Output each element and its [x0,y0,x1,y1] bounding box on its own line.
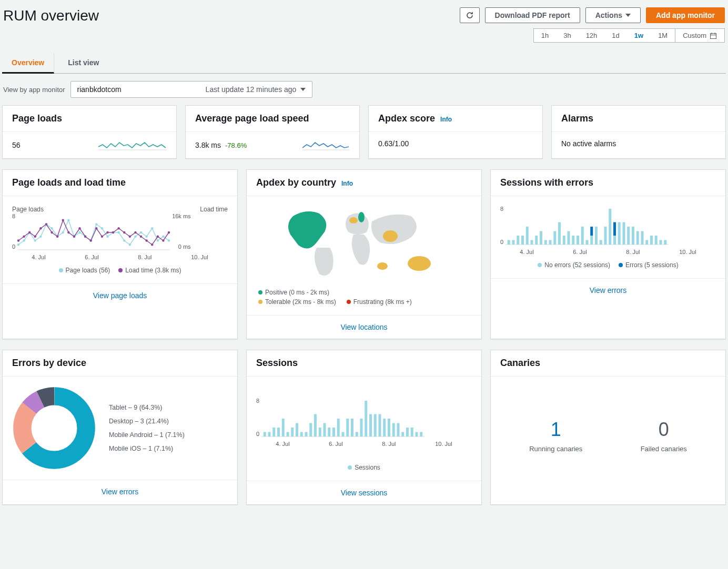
card-title: Sessions [247,350,481,377]
range-1h[interactable]: 1h [534,29,556,42]
svg-rect-0 [711,33,716,38]
svg-point-32 [157,239,159,241]
range-custom[interactable]: Custom [675,29,724,42]
svg-rect-114 [268,432,271,437]
chevron-down-icon [625,14,631,17]
svg-point-21 [95,223,97,225]
world-map [280,206,448,284]
range-12h[interactable]: 12h [579,29,605,42]
failed-canaries-count: 0 [641,419,687,441]
svg-point-36 [23,236,25,238]
running-canaries-count: 1 [529,419,582,441]
svg-point-50 [101,236,103,238]
svg-point-16 [67,219,69,221]
svg-point-52 [112,231,114,233]
card-apdex-country: Apdex by country Info Positive (0 ms - 2… [246,169,482,339]
svg-point-51 [106,231,108,233]
svg-rect-75 [531,240,533,245]
card-title: Canaries [491,350,725,377]
svg-rect-141 [392,423,395,437]
download-pdf-button[interactable]: Download PDF report [485,7,580,23]
actions-button[interactable]: Actions [585,7,641,23]
tab-list-view[interactable]: List view [58,53,108,73]
svg-rect-139 [383,419,386,436]
svg-point-28 [134,236,136,238]
svg-point-59 [151,243,153,246]
svg-rect-131 [346,419,349,436]
svg-point-27 [129,243,131,246]
svg-point-7 [17,243,19,246]
svg-rect-123 [309,423,312,437]
svg-point-45 [73,236,75,238]
card-canaries: Canaries 1 Running canaries 0 Failed can… [490,350,726,505]
last-updated: Last update 12 minutes ago [206,85,297,94]
view-errors-link[interactable]: View errors [590,286,627,294]
svg-rect-132 [351,419,353,436]
info-link[interactable]: Info [440,116,452,123]
svg-point-64 [349,217,358,223]
svg-rect-104 [655,236,658,245]
app-monitor-select[interactable]: rianbkdotcom Last update 12 minutes ago [70,81,313,98]
add-app-monitor-button[interactable]: Add app monitor [646,7,725,23]
bar-chart [261,398,424,440]
svg-rect-130 [342,432,345,437]
kpi-value: No active alarms [561,139,616,148]
svg-rect-103 [650,236,653,245]
svg-rect-87 [586,240,589,245]
kpi-value: 56 [12,141,21,149]
sparkline-chart [302,139,350,151]
tabs: Overview List view [2,53,726,74]
svg-rect-92 [604,227,607,245]
svg-point-38 [34,236,36,238]
view-locations-link[interactable]: View locations [340,323,387,331]
bar-chart [505,206,669,248]
svg-point-35 [17,239,19,241]
svg-rect-102 [645,240,648,245]
svg-point-31 [151,227,153,229]
svg-point-40 [45,223,47,225]
svg-rect-72 [517,236,519,245]
svg-rect-120 [296,423,298,437]
failed-canaries-label: Failed canaries [641,445,687,453]
svg-rect-97 [623,222,625,245]
svg-point-43 [62,219,64,221]
axis-label: Load time [200,206,228,213]
kpi-apdex: Apdex score Info 0.63/1.00 [368,105,543,159]
chevron-down-icon [300,88,306,91]
range-1M[interactable]: 1M [651,29,675,42]
view-sessions-link[interactable]: View sessions [341,489,387,497]
svg-rect-105 [660,240,662,245]
svg-point-10 [34,239,36,241]
view-errors-link[interactable]: View errors [102,487,139,496]
svg-point-29 [140,231,142,233]
kpi-title: Alarms [552,106,725,132]
svg-rect-91 [600,240,602,245]
svg-rect-71 [512,240,515,245]
range-1d[interactable]: 1d [604,29,626,42]
svg-point-13 [50,227,53,229]
svg-rect-142 [397,423,400,437]
svg-rect-80 [553,231,556,245]
svg-point-57 [140,236,142,238]
refresh-button[interactable] [460,7,480,23]
svg-rect-83 [568,231,570,245]
svg-rect-124 [314,414,317,437]
time-range-selector[interactable]: 1h 3h 12h 1d 1w 1M Custom [533,28,725,43]
info-link[interactable]: Info [341,180,353,187]
kpi-avg-speed: Average page load speed 3.8k ms -78.6% [185,105,360,159]
svg-rect-147 [420,432,422,437]
range-1w[interactable]: 1w [627,29,651,42]
svg-point-58 [146,239,148,241]
kpi-page-loads: Page loads 56 [2,105,177,159]
svg-rect-90 [595,227,598,245]
view-page-loads-link[interactable]: View page loads [93,291,147,300]
sparkline-chart [98,139,167,151]
svg-rect-88 [590,236,593,245]
svg-rect-117 [282,419,285,436]
svg-rect-98 [627,227,630,245]
range-3h[interactable]: 3h [556,29,578,42]
card-page-loads-load-time: Page loads and load time Page loads Load… [2,169,238,339]
svg-rect-79 [549,240,552,245]
tab-overview[interactable]: Overview [2,53,54,74]
svg-point-54 [123,231,125,233]
